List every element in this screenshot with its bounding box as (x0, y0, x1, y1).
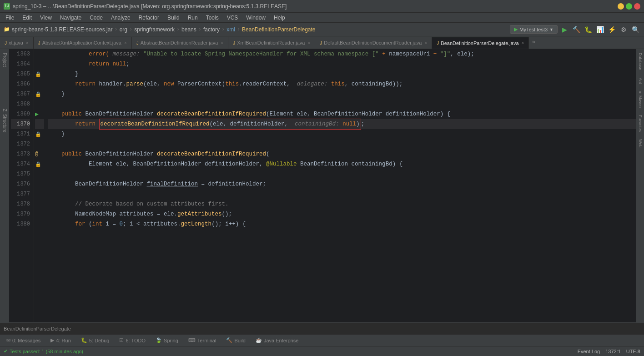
code-line-1373: public BeanDefinitionHolder decorateBean… (48, 149, 636, 159)
project-panel-toggle[interactable]: Project (1, 51, 8, 69)
tab-overflow-button[interactable]: » (529, 36, 538, 49)
line-num-1368: 1368 (11, 99, 30, 109)
line-num-1366: 1366 (11, 79, 30, 89)
messages-icon: ✉ (6, 337, 10, 343)
terminal-tab[interactable]: ⌨ Terminal (184, 336, 221, 346)
breadcrumb-org[interactable]: org (120, 26, 127, 33)
tab-close-default-reader[interactable]: × (424, 40, 427, 45)
tab-close-abstract-reader[interactable]: × (221, 40, 223, 45)
line-num-1376: 1376 (11, 179, 30, 189)
messages-tab[interactable]: ✉ 0: Messages (2, 336, 45, 346)
gutter-1369: ▶ (35, 109, 44, 119)
line-num-1374: 1374 (11, 159, 30, 169)
breadcrumb-factory[interactable]: factory (203, 26, 220, 33)
java-enterprise-tab[interactable]: ☕ Java Enterprise (251, 336, 303, 346)
tab-abstract-reader[interactable]: J AbstractBeanDefinitionReader.java × (132, 37, 228, 49)
run-icon: ▶ (50, 337, 54, 343)
todo-tab[interactable]: ☑ 6: TODO (115, 336, 150, 346)
project-icon: 📁 (4, 26, 10, 32)
gutter-1375 (35, 169, 44, 179)
profile-button[interactable]: ⚡ (607, 25, 617, 35)
line-num-1373: 1373 (11, 149, 30, 159)
menu-bar: File Edit View Navigate Code Analyze Ref… (0, 13, 644, 23)
ant-tab[interactable]: Ant (637, 74, 644, 88)
run-button[interactable]: ▶ (559, 25, 569, 35)
code-line-1364: return null; (48, 59, 636, 69)
menu-build[interactable]: Build (164, 14, 183, 22)
search-button[interactable]: 🔍 (630, 25, 640, 35)
breadcrumb-xml[interactable]: xml (226, 26, 235, 33)
line-num-1363: 1363 (11, 49, 30, 59)
tab-close-bean-delegate[interactable]: × (522, 40, 524, 45)
coverage-button[interactable]: 📊 (595, 25, 605, 35)
menu-tools[interactable]: Tools (202, 14, 222, 22)
cursor-position: 1372:1 (605, 349, 621, 354)
menu-vcs[interactable]: VCS (223, 14, 242, 22)
gutter-1368 (35, 99, 44, 109)
structure-panel-toggle[interactable]: Z: Structure (1, 107, 8, 134)
code-content[interactable]: error( message: "Unable to locate Spring… (44, 49, 636, 322)
run-tab[interactable]: ▶ 4: Run (46, 336, 75, 346)
menu-run[interactable]: Run (184, 14, 201, 22)
run-config-label: MyTest.test3 (519, 27, 548, 32)
breadcrumb-file[interactable]: BeanDefinitionParserDelegate (242, 26, 315, 33)
tab-default-reader[interactable]: J DefaultBeanDefinitionDocumentReader.ja… (315, 37, 432, 49)
breadcrumb-jar[interactable]: spring-beans-5.1.3.RELEASE-sources.jar (12, 26, 112, 33)
tab-label-abstract-reader: AbstractBeanDefinitionReader.java (141, 40, 218, 45)
maximize-button[interactable] (626, 3, 632, 10)
terminal-icon: ⌨ (188, 337, 196, 343)
settings-button[interactable]: ⚙ (619, 25, 629, 35)
run-configuration[interactable]: ▶ MyTest.test3 ▼ (510, 25, 558, 34)
menu-file[interactable]: File (2, 14, 18, 22)
menu-navigate[interactable]: Navigate (56, 14, 85, 22)
tab-xt[interactable]: J xt.java × (0, 37, 34, 49)
gutter-1373: @ (35, 149, 44, 159)
encoding: UTF-8 (626, 349, 640, 354)
line-numbers: 1363 1364 1365 1366 1367 1368 1369 1370 … (9, 49, 34, 322)
code-editor[interactable]: 1363 1364 1365 1366 1367 1368 1369 1370 … (9, 49, 636, 322)
tab-close-xml-reader[interactable]: × (307, 40, 310, 45)
tab-icon-xt: J (5, 40, 7, 45)
tab-abstract-xml[interactable]: J AbstractXmlApplicationContext.java × (34, 37, 132, 49)
maven-tab[interactable]: m Maven (637, 87, 644, 111)
tab-xml-reader[interactable]: J XmlBeanDefinitionReader.java × (228, 37, 315, 49)
terminal-label: Terminal (197, 338, 216, 343)
menu-code[interactable]: Code (86, 14, 106, 22)
code-line-1370: return decorateBeanDefinitionIfRequired(… (48, 119, 636, 129)
tab-bean-delegate[interactable]: J BeanDefinitionParserDelegate.java × (432, 37, 529, 49)
line-num-1377: 1377 (11, 189, 30, 199)
build-icon: 🔨 (226, 337, 232, 343)
gutter-1370 (35, 119, 44, 129)
tab-close-xt[interactable]: × (26, 40, 29, 45)
spring-icon: 🍃 (156, 337, 162, 343)
todo-icon: ☑ (119, 337, 124, 343)
menu-window[interactable]: Window (242, 14, 269, 22)
database-tab[interactable]: Database (637, 49, 644, 74)
tab-icon-xml-reader: J (233, 40, 235, 45)
minimize-button[interactable] (618, 3, 624, 10)
gutter-1378 (35, 199, 44, 209)
gutter-1380 (35, 219, 44, 229)
menu-analyze[interactable]: Analyze (107, 14, 134, 22)
debug-button[interactable]: 🐛 (583, 25, 593, 35)
gutter-1374: 🔒 (35, 159, 44, 169)
web-tab[interactable]: Web (637, 135, 644, 151)
favorites-tab[interactable]: Favorites (637, 111, 644, 135)
menu-help[interactable]: Help (270, 14, 289, 22)
tab-bar: J xt.java × J AbstractXmlApplicationCont… (0, 36, 644, 49)
breadcrumb-beans[interactable]: beans (181, 26, 196, 33)
left-panel: Project Z: Structure (0, 49, 9, 322)
breadcrumb-framework[interactable]: springframework (134, 26, 175, 33)
debug-tab[interactable]: 🐛 5: Debug (76, 336, 114, 346)
event-log[interactable]: Event Log (578, 349, 600, 354)
build-button[interactable]: 🔨 (571, 25, 581, 35)
menu-refactor[interactable]: Refactor (135, 14, 163, 22)
spring-tab[interactable]: 🍃 Spring (151, 336, 183, 346)
tab-label-xml-reader: XmlBeanDefinitionReader.java (237, 40, 305, 45)
menu-edit[interactable]: Edit (19, 14, 35, 22)
tab-close-abstract-xml[interactable]: × (124, 40, 127, 45)
menu-view[interactable]: View (36, 14, 55, 22)
close-button[interactable] (634, 3, 640, 10)
bottom-hint-text: BeanDefinitionParserDelegate (4, 326, 71, 331)
build-tab[interactable]: 🔨 Build (221, 336, 250, 346)
